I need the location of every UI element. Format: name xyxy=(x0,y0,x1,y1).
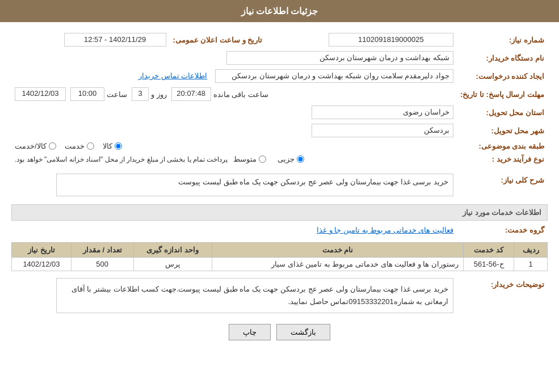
baghimande-input: 20:07:48 xyxy=(171,87,211,101)
row-vahed: پرس xyxy=(133,258,212,271)
bazgasht-button[interactable]: بازگشت xyxy=(276,324,330,340)
radio-jozii[interactable]: جزیی xyxy=(278,155,304,163)
tabaghebandi-label: طبقه بندی موضوعی: xyxy=(457,140,548,153)
shomara-niaz-value: 1102091819000025 xyxy=(266,31,457,49)
sharh-table: شرح کلی نیاز: خرید برسی غذا جهت بیمارستا… xyxy=(11,171,548,199)
main-content: شماره نیاز: 1102091819000025 تاریخ و ساع… xyxy=(0,22,559,357)
radio-kala-khadamat[interactable]: کالا/خدمت xyxy=(15,142,56,150)
col-radif: ردیف xyxy=(514,243,548,258)
chap-button[interactable]: چاپ xyxy=(229,324,271,340)
ijad-konande-input: جواد دلیرمقدم سلامت روان شبکه بهداشت و د… xyxy=(215,69,453,83)
tozihat-table: توضیحات خریدار: خرید برسی غذا جهت بیمارس… xyxy=(11,276,548,315)
saat-label: ساعت xyxy=(107,90,127,99)
top-info-table: شماره نیاز: 1102091819000025 تاریخ و ساع… xyxy=(11,31,548,166)
shahr-input: بردسکن xyxy=(312,124,453,137)
header-title: جزئیات اطلاعات نیاز xyxy=(241,6,318,16)
service-table: ردیف کد خدمت نام خدمت واحد اندازه گیری ت… xyxy=(11,242,548,271)
date-item: 1402/12/03 xyxy=(15,87,66,101)
col-vahed: واحد اندازه گیری xyxy=(133,243,212,258)
mohlet-label: مهلت ارسال پاسخ: تا تاریخ: xyxy=(457,85,548,103)
service-table-header-row: ردیف کد خدمت نام خدمت واحد اندازه گیری ت… xyxy=(12,243,548,258)
col-nam: نام خدمت xyxy=(212,243,463,258)
nam-dastgah-value: شبکه بهداشت و درمان شهرستان بردسکن xyxy=(11,49,457,67)
mohlet-row: 1402/12/03 ساعت 10:00 روز و 3 ساعت باقی … xyxy=(11,85,457,103)
noee-farayand-options: پرداخت تمام یا بخشی از مبلغ خریدار از مح… xyxy=(11,153,457,166)
noee-farayand-label: نوع فرآیند خرید : xyxy=(457,153,548,166)
ijad-konande-label: ایجاد کننده درخواست: xyxy=(457,67,548,85)
gorohe-khadamat-table: گروه خدمت: فعالیت های خدماتی مربوط به تا… xyxy=(11,224,548,237)
row-tedad: 500 xyxy=(71,258,133,271)
service-table-head: ردیف کد خدمت نام خدمت واحد اندازه گیری ت… xyxy=(12,243,548,258)
baghimande-label: ساعت باقی مانده xyxy=(213,90,268,99)
sharh-box: خرید برسی غذا جهت بیمارستان ولی عصر عج ب… xyxy=(56,174,453,196)
ostan-value: خراسان رضوی xyxy=(11,103,457,121)
shomara-niaz-input: 1102091819000025 xyxy=(329,33,453,47)
table-row: 1 ح-56-561 رستوران ها و فعالیت های خدمات… xyxy=(12,258,548,271)
rooz-label: روز و xyxy=(151,90,167,99)
radio-khadamat[interactable]: خدمت xyxy=(65,142,94,150)
baghimande-item: ساعت باقی مانده 20:07:48 xyxy=(171,87,268,101)
page-wrapper: جزئیات اطلاعات نیاز شماره نیاز: 11020918… xyxy=(0,0,559,392)
col-tarikh: تاریخ نیاز xyxy=(12,243,72,258)
sharh-label: شرح کلی نیاز: xyxy=(457,171,548,199)
tarikh-elan-label: تاریخ و ساعت اعلان عمومی: xyxy=(170,31,266,49)
shahr-label: شهر محل تحویل: xyxy=(457,121,548,140)
etelaat-tamas-link[interactable]: اطلاعات تماس خریدار xyxy=(138,71,207,80)
row-tarikh: 1402/12/03 xyxy=(12,258,72,271)
saat-input: 10:00 xyxy=(70,87,104,101)
noee-description: پرداخت تمام یا بخشی از مبلغ خریدار از مح… xyxy=(15,155,228,163)
header-bar: جزئیات اطلاعات نیاز xyxy=(0,0,559,22)
shomara-niaz-label: شماره نیاز: xyxy=(457,31,548,49)
ostan-input: خراسان رضوی xyxy=(312,106,453,119)
sharh-value: خرید برسی غذا جهت بیمارستان ولی عصر عج ب… xyxy=(11,171,457,199)
service-table-body: 1 ح-56-561 رستوران ها و فعالیت های خدمات… xyxy=(12,258,548,271)
radio-kala[interactable]: کالا xyxy=(103,142,122,150)
row-kod: ح-56-561 xyxy=(464,258,514,271)
saat-item: ساعت 10:00 xyxy=(70,87,127,101)
nam-dastgah-label: نام دستگاه خریدار: xyxy=(457,49,548,67)
tozihat-value: خرید برسی غذا جهت بیمارستان ولی عصر عج ب… xyxy=(11,276,457,315)
btn-row: بازگشت چاپ xyxy=(11,324,548,349)
rooz-input: 3 xyxy=(132,87,149,101)
row-nam: رستوران ها و فعالیت های خدماتی مربوط به … xyxy=(212,258,463,271)
khadamat-section-title: اطلاعات خدمات مورد نیاز xyxy=(11,204,548,221)
shahr-value: بردسکن xyxy=(11,121,457,140)
gorohe-khadamat-label: گروه خدمت: xyxy=(457,224,548,237)
radio-motevaset[interactable]: متوسط xyxy=(233,155,266,163)
col-tedad: تعداد / مقدار xyxy=(71,243,133,258)
gorohe-khadamat-link[interactable]: فعالیت های خدماتی مربوط به تامین جا و غذ… xyxy=(317,226,453,234)
nam-dastgah-input: شبکه بهداشت و درمان شهرستان بردسکن xyxy=(226,51,453,65)
tozihat-box: خرید برسی غذا جهت بیمارستان ولی عصر عج ب… xyxy=(56,278,453,313)
col-kod: کد خدمت xyxy=(464,243,514,258)
tarikh-elan-value: 1402/11/29 - 12:57 xyxy=(11,31,170,49)
tarikh-elan-input: 1402/11/29 - 12:57 xyxy=(64,33,166,47)
tozihat-label: توضیحات خریدار: xyxy=(457,276,548,315)
date-input: 1402/12/03 xyxy=(15,87,66,101)
rooz-item: روز و 3 xyxy=(132,87,167,101)
row-radif: 1 xyxy=(514,258,548,271)
tabaghebandi-options: کالا/خدمت خدمت کالا xyxy=(11,140,457,153)
gorohe-khadamat-value: فعالیت های خدماتی مربوط به تامین جا و غذ… xyxy=(11,224,457,237)
ijad-konande-value: جواد دلیرمقدم سلامت روان شبکه بهداشت و د… xyxy=(11,67,457,85)
ostan-label: استان محل تحویل: xyxy=(457,103,548,121)
